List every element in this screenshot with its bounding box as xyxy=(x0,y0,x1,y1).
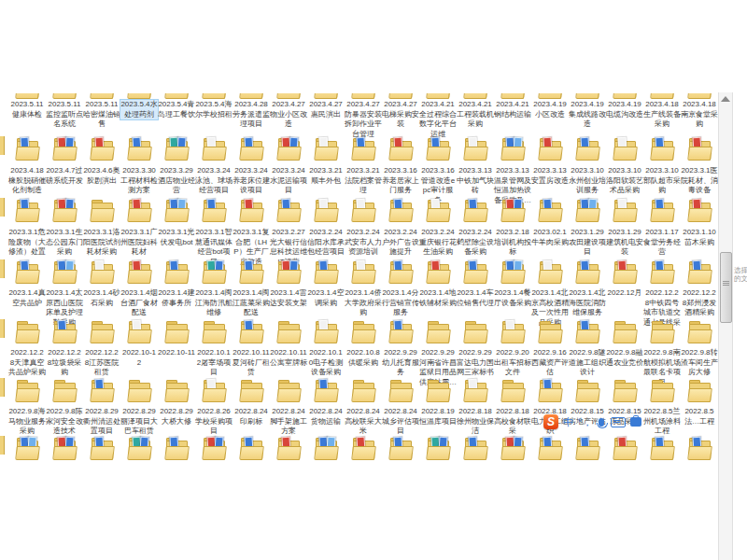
folder-icon[interactable] xyxy=(158,259,195,284)
folder-icon[interactable] xyxy=(307,259,345,284)
folder-icon[interactable] xyxy=(195,378,233,402)
keyboard-icon[interactable] xyxy=(611,417,626,427)
folder-icon[interactable] xyxy=(270,436,307,460)
folder-icon[interactable] xyxy=(270,93,307,99)
folder-icon[interactable] xyxy=(158,319,195,343)
folder-icon[interactable] xyxy=(643,259,681,284)
folder-icon[interactable] xyxy=(494,319,531,343)
folder-icon[interactable] xyxy=(83,259,120,284)
folder-icon[interactable] xyxy=(606,93,643,99)
folder-icon[interactable] xyxy=(681,319,718,343)
folder-icon[interactable] xyxy=(8,93,46,99)
folder-icon[interactable] xyxy=(345,136,382,161)
folder-icon[interactable] xyxy=(158,436,195,460)
folder-icon[interactable] xyxy=(233,136,270,161)
folder-icon[interactable] xyxy=(606,198,643,222)
folder-icon[interactable] xyxy=(419,198,457,222)
folder-icon[interactable] xyxy=(643,198,681,222)
folder-icon[interactable] xyxy=(569,136,606,161)
folder-icon[interactable] xyxy=(494,378,531,402)
folder-icon[interactable] xyxy=(569,319,606,343)
folder-icon[interactable] xyxy=(195,93,233,99)
folder-icon[interactable] xyxy=(531,436,569,460)
folder-icon[interactable] xyxy=(681,378,718,402)
folder-icon[interactable] xyxy=(83,136,120,161)
folder-icon[interactable] xyxy=(643,93,681,99)
folder-icon[interactable] xyxy=(307,93,345,99)
folder-icon[interactable] xyxy=(419,259,457,284)
folder-icon[interactable] xyxy=(307,136,345,161)
folder-icon[interactable] xyxy=(233,436,270,460)
folder-icon[interactable] xyxy=(46,136,83,161)
folder-icon[interactable] xyxy=(233,378,270,402)
folder-icon[interactable] xyxy=(457,93,494,99)
folder-icon[interactable] xyxy=(531,319,569,343)
folder-icon[interactable] xyxy=(46,198,83,222)
folder-icon[interactable] xyxy=(457,436,494,460)
folder-icon[interactable] xyxy=(83,198,120,222)
folder-icon[interactable] xyxy=(606,378,643,402)
folder-icon[interactable] xyxy=(83,93,120,99)
folder-icon[interactable] xyxy=(494,93,531,99)
folder-icon[interactable] xyxy=(382,136,419,161)
folder-icon[interactable] xyxy=(419,319,457,343)
folder-icon[interactable] xyxy=(681,198,718,222)
folder-icon[interactable] xyxy=(419,436,457,460)
folder-icon[interactable] xyxy=(457,136,494,161)
folder-icon[interactable] xyxy=(233,198,270,222)
folder-icon[interactable] xyxy=(382,93,419,99)
folder-icon[interactable] xyxy=(345,259,382,284)
folder-icon[interactable] xyxy=(531,198,569,222)
folder-icon[interactable] xyxy=(494,436,531,460)
folder-icon[interactable] xyxy=(83,436,120,460)
toolbox-icon[interactable] xyxy=(630,417,641,427)
folder-icon[interactable] xyxy=(345,436,382,460)
folder-icon[interactable] xyxy=(531,136,569,161)
folder-icon[interactable] xyxy=(158,378,195,402)
folder-icon[interactable] xyxy=(120,378,158,402)
folder-icon[interactable] xyxy=(494,198,531,222)
folder-icon[interactable] xyxy=(307,319,345,343)
folder-icon[interactable] xyxy=(195,436,233,460)
folder-icon[interactable] xyxy=(120,436,158,460)
folder-icon[interactable] xyxy=(8,136,46,161)
folder-icon[interactable] xyxy=(307,198,345,222)
folder-icon[interactable] xyxy=(8,319,46,343)
folder-icon[interactable] xyxy=(233,259,270,284)
folder-icon[interactable] xyxy=(270,136,307,161)
folder-icon[interactable] xyxy=(345,198,382,222)
folder-icon[interactable] xyxy=(457,319,494,343)
folder-icon[interactable] xyxy=(494,259,531,284)
folder-icon[interactable] xyxy=(46,319,83,343)
folder-icon[interactable] xyxy=(643,319,681,343)
folder-icon[interactable] xyxy=(681,136,718,161)
folder-icon[interactable] xyxy=(46,436,83,460)
folder-icon[interactable] xyxy=(195,319,233,343)
folder-icon[interactable] xyxy=(531,378,569,402)
folder-icon[interactable] xyxy=(382,259,419,284)
folder-icon[interactable] xyxy=(120,198,158,222)
folder-icon[interactable] xyxy=(83,378,120,402)
folder-icon[interactable] xyxy=(606,319,643,343)
folder-icon[interactable] xyxy=(382,319,419,343)
folder-icon[interactable] xyxy=(643,378,681,402)
folder-icon[interactable] xyxy=(307,378,345,402)
folder-icon[interactable] xyxy=(382,198,419,222)
folder-icon[interactable] xyxy=(46,378,83,402)
folder-icon[interactable] xyxy=(8,198,46,222)
folder-icon[interactable] xyxy=(345,378,382,402)
folder-icon[interactable] xyxy=(158,93,195,99)
ime-language-indicator[interactable]: 中 xyxy=(563,414,573,429)
folder-icon[interactable] xyxy=(494,136,531,161)
folder-icon[interactable] xyxy=(606,259,643,284)
folder-icon[interactable] xyxy=(457,378,494,402)
folder-icon[interactable] xyxy=(120,319,158,343)
folder-icon[interactable] xyxy=(569,436,606,460)
folder-icon[interactable] xyxy=(606,436,643,460)
folder-icon[interactable] xyxy=(643,436,681,460)
folder-icon[interactable] xyxy=(606,136,643,161)
folder-icon[interactable] xyxy=(531,93,569,99)
folder-icon[interactable] xyxy=(643,136,681,161)
folder-icon[interactable] xyxy=(120,259,158,284)
folder-icon[interactable] xyxy=(681,93,718,99)
